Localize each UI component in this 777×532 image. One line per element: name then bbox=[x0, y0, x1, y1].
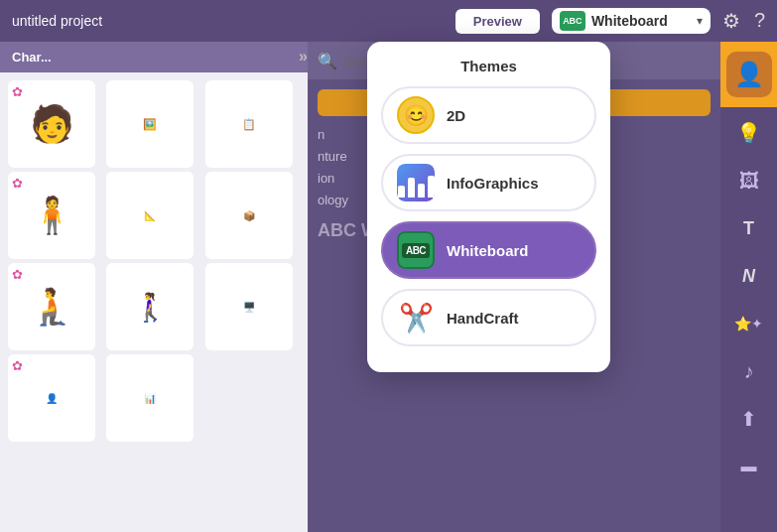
sidebar-top: 👤 bbox=[720, 42, 777, 107]
settings-icon[interactable]: ⚙ bbox=[722, 9, 740, 33]
badge-icon: ✿ bbox=[12, 84, 28, 100]
chevron-down-icon: ▾ bbox=[697, 14, 703, 28]
list-item[interactable]: ✿ 🧍 bbox=[8, 172, 95, 259]
list-item[interactable]: ✿ 👤 bbox=[8, 354, 95, 442]
avatar-button[interactable]: 👤 bbox=[726, 52, 772, 97]
list-item[interactable]: 🖼️ bbox=[106, 80, 194, 168]
char-object: 🖼️ bbox=[143, 118, 157, 131]
music-icon[interactable]: ♪ bbox=[733, 355, 765, 387]
theme-label-handcraft: HandCraft bbox=[447, 310, 519, 327]
bar4 bbox=[428, 176, 435, 198]
theme-label-whiteboard: Whiteboard bbox=[447, 242, 529, 259]
theme-item-whiteboard[interactable]: ABC Whiteboard bbox=[381, 221, 596, 279]
theme-selector[interactable]: ABC Whiteboard ▾ bbox=[552, 8, 711, 34]
list-item[interactable]: ✿ 🧎 bbox=[8, 263, 95, 350]
expand-icon[interactable]: » bbox=[299, 48, 308, 66]
char-object: 📋 bbox=[242, 118, 256, 131]
list-item[interactable]: 🖥️ bbox=[205, 263, 293, 350]
list-item[interactable]: 📐 bbox=[106, 172, 194, 259]
list-item[interactable]: ✿ 🧑 bbox=[8, 80, 95, 168]
char-figure: 🚶‍♀️ bbox=[133, 291, 168, 324]
scene-icon[interactable]: ▬ bbox=[733, 451, 765, 482]
themes-dropdown: Themes 😊 2D InfoGraphics ABC Whiteboard bbox=[367, 42, 610, 372]
abc-board-icon: ABC bbox=[397, 231, 435, 269]
bar2 bbox=[408, 178, 415, 198]
list-item[interactable]: 📊 bbox=[106, 354, 194, 442]
right-sidebar: 👤 💡 🖼 T N ⭐✦ ♪ ⬆ ▬ bbox=[720, 42, 777, 532]
theme-label-infographics: InfoGraphics bbox=[447, 175, 539, 192]
text-icon[interactable]: T bbox=[733, 212, 765, 244]
sidebar-tools: 💡 🖼 T N ⭐✦ ♪ ⬆ ▬ bbox=[720, 107, 777, 532]
help-icon[interactable]: ? bbox=[754, 9, 765, 33]
chars-grid: ✿ 🧑 🖼️ 📋 ✿ 🧍 📐 📦 ✿ 🧎 bbox=[0, 72, 308, 450]
char-object: 📐 bbox=[142, 208, 158, 223]
bar3 bbox=[418, 184, 425, 198]
theme-item-handcraft[interactable]: ✂️ HandCraft bbox=[381, 289, 596, 346]
upload-icon[interactable]: ⬆ bbox=[733, 403, 765, 435]
theme-item-infographics[interactable]: InfoGraphics bbox=[381, 154, 596, 211]
rating-icon[interactable]: ⭐✦ bbox=[733, 308, 765, 339]
theme-selector-label: Whiteboard bbox=[591, 13, 691, 29]
badge-icon: ✿ bbox=[12, 267, 28, 283]
theme-label-2d: 2D bbox=[447, 107, 465, 124]
face-icon: 😊 bbox=[397, 96, 435, 134]
badge-icon: ✿ bbox=[12, 176, 28, 192]
preview-button[interactable]: Preview bbox=[455, 9, 540, 34]
badge-icon: ✿ bbox=[12, 358, 28, 374]
bar1 bbox=[398, 186, 405, 198]
bulb-icon[interactable]: 💡 bbox=[733, 117, 765, 149]
list-item[interactable]: 🚶‍♀️ bbox=[106, 263, 194, 350]
char-object: 🖥️ bbox=[243, 302, 255, 313]
project-title: untitled project bbox=[12, 13, 444, 29]
image-icon[interactable]: 🖼 bbox=[733, 165, 765, 197]
topbar-icons: ⚙ ? bbox=[722, 9, 765, 33]
panel-title: Char... bbox=[12, 50, 52, 65]
avatar-icon: 👤 bbox=[734, 61, 764, 88]
char-object: 👤 bbox=[46, 393, 58, 404]
topbar: untitled project Preview ABC Whiteboard … bbox=[0, 0, 777, 42]
abc-text: ABC bbox=[402, 243, 430, 258]
left-panel-header: Char... » bbox=[0, 42, 308, 72]
font-icon[interactable]: N bbox=[733, 260, 765, 292]
themes-title: Themes bbox=[381, 58, 596, 74]
list-item[interactable]: 📦 bbox=[205, 172, 293, 259]
char-object: 📊 bbox=[144, 393, 156, 404]
handcraft-icon: ✂️ bbox=[397, 299, 435, 336]
whiteboard-icon: ABC bbox=[397, 231, 435, 269]
list-item[interactable]: 📋 bbox=[205, 80, 293, 168]
scissors-icon: ✂️ bbox=[397, 299, 435, 336]
left-panel: Char... » ✿ 🧑 🖼️ 📋 ✿ 🧍 📐 bbox=[0, 42, 308, 532]
theme-selector-icon: ABC bbox=[560, 11, 585, 31]
chart-icon bbox=[397, 164, 435, 201]
infographics-icon bbox=[397, 164, 435, 201]
theme-item-2d[interactable]: 😊 2D bbox=[381, 86, 596, 144]
2d-icon: 😊 bbox=[397, 96, 435, 134]
char-object: 📦 bbox=[243, 210, 255, 221]
